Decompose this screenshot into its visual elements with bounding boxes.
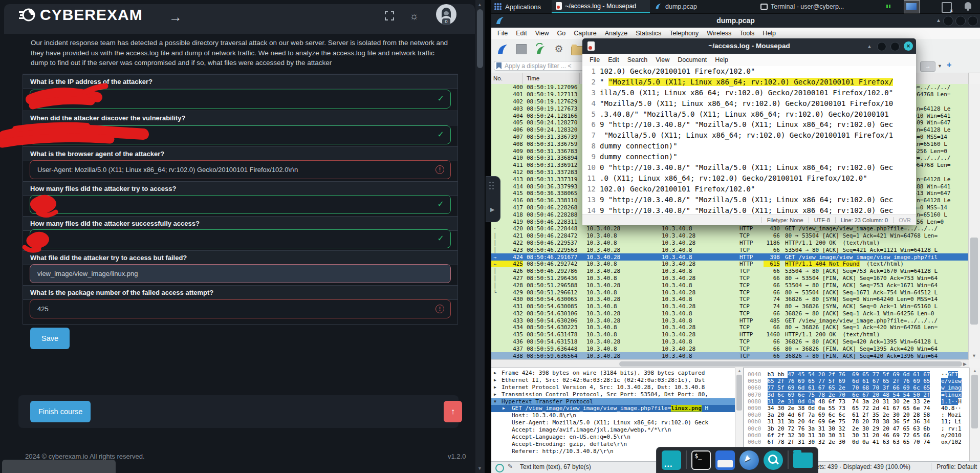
filter-dropdown-icon[interactable]: ▼ (938, 63, 942, 69)
answer-input[interactable]: User-Agent: Mozilla/5.0 (X11; Linux x86_… (30, 160, 451, 179)
hex-row[interactable]: 00d06f 2f 32 30 31 30 30 31 30 31 20 46 … (748, 432, 970, 439)
menu-item-help[interactable]: Help (758, 30, 780, 37)
packet-row[interactable]: 43808:50:59.63656410.3.40.2810.3.40.8TCP… (491, 352, 969, 359)
packet-row[interactable]: ·42008:50:46.22844810.3.40.2810.3.40.8HT… (491, 225, 969, 232)
packet-row[interactable]: │42608:50:46.29278610.3.40.2810.3.40.8TC… (491, 268, 969, 275)
packet-row[interactable]: →42408:50:46.29167710.3.40.2810.3.40.8HT… (491, 253, 969, 261)
edit-comment-icon[interactable]: ✎ (508, 463, 513, 470)
menu-item-wireless[interactable]: Wireless (703, 30, 735, 37)
answer-input[interactable]: ✓ (30, 195, 451, 214)
answer-input[interactable]: ✓ (30, 229, 451, 248)
menu-item-view[interactable]: View (651, 56, 673, 63)
packet-detail-row[interactable]: ▶Internet Protocol Version 4, Src: 10.3.… (491, 384, 743, 391)
hex-row[interactable]: 00703d 6c 69 6e 75 78 2e 70 6e 67 20 48 … (748, 392, 970, 398)
dock-file-manager-icon[interactable] (715, 450, 735, 470)
packet-row[interactable]: │42208:50:46.22953710.3.40.810.3.40.28HT… (491, 240, 969, 247)
column-header-time[interactable]: Time (527, 73, 580, 84)
answer-input[interactable]: 425! (30, 299, 451, 318)
packet-row[interactable]: 43008:50:54.63006510.3.40.2810.3.40.8TCP… (491, 296, 969, 303)
answer-input[interactable]: view_image/view_image/linux.png (30, 264, 451, 283)
hex-row[interactable]: 00e06f 78 2f 31 30 32 2e 30 0d 0a 41 63 … (748, 439, 970, 445)
packet-row[interactable]: │42108:50:46.22847210.3.40.810.3.40.28TC… (491, 232, 969, 240)
dock-browser-icon[interactable] (739, 450, 759, 470)
menu-item-tools[interactable]: Tools (735, 30, 758, 37)
menu-item-help[interactable]: Help (711, 56, 732, 63)
shade-button[interactable]: ▲ (936, 17, 941, 23)
display-settings-icon[interactable] (904, 1, 920, 13)
packet-detail-row[interactable]: User-Agent: Mozilla/5.0 (X11; Linux x86_… (491, 419, 743, 426)
menu-item-edit[interactable]: Edit (512, 30, 531, 37)
mousepad-text-area[interactable]: 1102.0) Gecko/20100101 Firefox/102.0"2" … (582, 66, 916, 215)
open-file-icon[interactable] (571, 46, 583, 55)
hex-row[interactable]: 00c03b 20 72 76 3a 31 30 32 2e 30 29 20 … (748, 425, 970, 432)
close-button[interactable] (968, 16, 978, 26)
minimize-button[interactable] (943, 16, 953, 26)
scrollbar-thumb[interactable] (477, 9, 483, 68)
dock-app-window-icon[interactable] (662, 450, 681, 470)
packet-row[interactable]: 43708:50:59.63644810.3.40.810.3.40.28TCP… (491, 345, 969, 352)
menu-item-edit[interactable]: Edit (604, 56, 623, 63)
menu-item-telephony[interactable]: Telephony (665, 30, 703, 37)
packet-detail-row[interactable]: Host: 10.3.40.8\r\n (491, 412, 743, 419)
menu-item-go[interactable]: Go (553, 30, 570, 37)
sidebar-toggle-arrow-icon[interactable]: → (169, 9, 182, 25)
packet-row[interactable]: 43308:50:54.63020610.3.40.2810.3.40.8HTT… (491, 317, 969, 324)
restart-capture-icon[interactable] (534, 43, 547, 55)
packet-list-scrollbar[interactable]: ▼ (968, 84, 980, 359)
packet-detail-row[interactable]: ▼Hypertext Transfer Protocol (491, 398, 743, 405)
scroll-up-icon[interactable]: ▲ (477, 2, 482, 7)
dock-folder-icon[interactable] (793, 453, 813, 468)
close-button[interactable]: × (904, 41, 913, 51)
bookmark-icon[interactable] (496, 62, 502, 69)
capture-options-icon[interactable]: ⚙ (553, 43, 565, 55)
menu-item-document[interactable]: Document (673, 56, 711, 63)
column-header-no[interactable]: No. (491, 73, 523, 84)
packet-row[interactable]: 43108:50:54.63008510.3.40.810.3.40.28TCP… (491, 303, 969, 310)
menu-item-statistics[interactable]: Statistics (631, 30, 665, 37)
wireshark-titlebar[interactable]: dump.pcap ▲ (491, 13, 980, 28)
scrollbar-thumb[interactable] (971, 375, 978, 428)
packet-row[interactable]: 43408:50:54.63022310.3.40.810.3.40.28TCP… (491, 324, 969, 331)
hex-row[interactable]: 0040b3 bb 47 45 54 20 2f 76 69 65 77 5f … (748, 371, 970, 378)
scrollbar-thumb[interactable] (970, 238, 978, 325)
packet-detail-row[interactable]: ▶GET /view_image/view_image/view_image.p… (491, 405, 743, 412)
answer-input[interactable]: ✓ (30, 90, 451, 109)
packet-row[interactable]: 43508:50:54.63147810.3.40.810.3.40.28HTT… (491, 331, 969, 338)
hex-row[interactable]: 009034 30 2e 38 0d 0a 55 73 65 72 2d 41 … (748, 405, 970, 412)
hex-row[interactable]: 006077 5f 69 6d 61 67 65 2e 70 68 70 3f … (748, 384, 970, 391)
packet-row[interactable]: └42908:50:51.29661210.3.40.810.3.40.28TC… (491, 289, 969, 296)
hex-row[interactable]: 00b031 31 3b 20 4c 69 6e 75 78 20 78 38 … (748, 418, 970, 425)
cyberexam-logo[interactable]: CYBEREXAM (18, 6, 143, 24)
menu-item-analyze[interactable]: Analyze (601, 30, 631, 37)
packet-row[interactable]: │42808:50:51.29658810.3.40.2810.3.40.8TC… (491, 282, 969, 289)
taskbar-window-terminal[interactable]: Terminal - user@cyberp... (756, 0, 859, 13)
packet-row[interactable]: 43608:50:54.63151810.3.40.2810.3.40.8TCP… (491, 338, 969, 346)
minimize-button[interactable] (877, 42, 886, 51)
stop-capture-icon[interactable] (516, 44, 527, 54)
applications-menu[interactable]: Applications (494, 0, 541, 13)
answer-input[interactable]: ✓ (30, 125, 451, 144)
theme-toggle-icon[interactable]: ☼ (409, 10, 419, 22)
add-filter-button[interactable]: + (947, 60, 951, 70)
hex-scrollbar[interactable]: ▲ (969, 368, 980, 462)
packet-detail-row[interactable]: ▶Transmission Control Protocol, Src Port… (491, 391, 743, 398)
hex-row[interactable]: 008031 2e 31 0d 0a 48 6f 73 74 3a 20 31 … (748, 398, 970, 405)
menu-item-file[interactable]: File (585, 56, 604, 63)
exam-scrollbar[interactable]: ▲ ▼ (475, 0, 485, 473)
menu-item-capture[interactable]: Capture (570, 30, 600, 37)
packet-list-hscrollbar[interactable]: ▶ (491, 359, 969, 368)
start-capture-icon[interactable] (496, 43, 509, 55)
apply-filter-button[interactable]: → (920, 61, 935, 72)
packet-detail-row[interactable]: Accept: image/avif,image/jxl,image/webp,… (491, 426, 743, 434)
scroll-up-icon[interactable]: ▲ (973, 369, 977, 373)
menu-item-view[interactable]: View (531, 30, 553, 37)
hex-row[interactable]: 00a03a 20 4d 6f 7a 69 6c 6c 61 2f 35 2e … (748, 412, 970, 418)
scrollbar-thumb[interactable] (619, 361, 962, 367)
scrollbar-thumb[interactable] (736, 375, 742, 411)
dock-search-icon[interactable] (764, 450, 783, 470)
dock-terminal-icon[interactable]: $_ (691, 450, 711, 470)
fullscreen-icon[interactable] (385, 11, 394, 20)
scroll-down-icon[interactable]: ▼ (972, 353, 976, 358)
maximize-button[interactable] (890, 42, 900, 51)
status-profile[interactable]: Profile: Default (931, 463, 977, 470)
